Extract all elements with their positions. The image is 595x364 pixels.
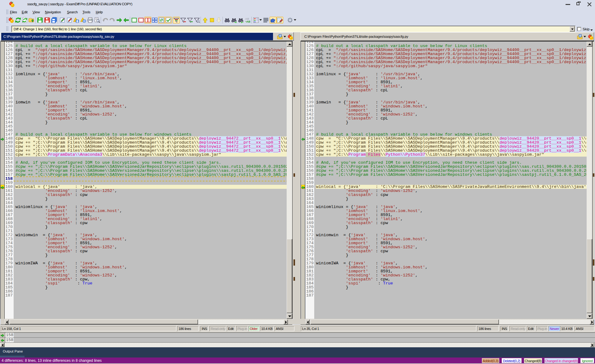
svg-text:AB: AB [246, 20, 250, 23]
